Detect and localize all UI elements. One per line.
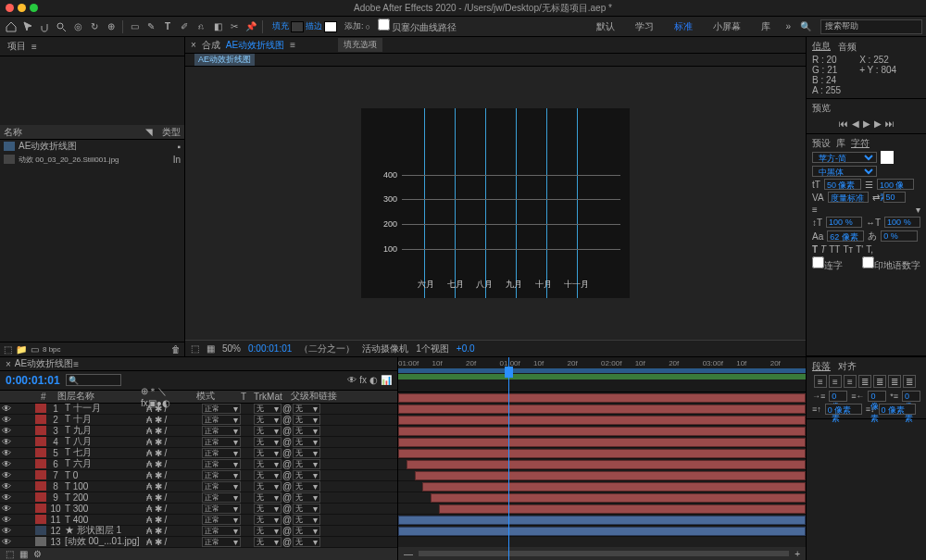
fill-options-button[interactable]: 填充选项 <box>338 38 382 52</box>
parent-dropdown[interactable]: 无▾ <box>293 492 320 503</box>
comp-flowchart-link[interactable]: AE动效折线图 <box>194 54 255 66</box>
visibility-icon[interactable]: 👁 <box>0 437 13 447</box>
trkmat-dropdown[interactable]: 无▾ <box>254 470 282 480</box>
blend-mode-dropdown[interactable]: 正常▾ <box>202 526 241 536</box>
layer-bar[interactable] <box>439 504 806 514</box>
zoom-out-icon[interactable]: — <box>404 549 413 559</box>
col-layer-name[interactable]: 图层名称 <box>56 390 139 403</box>
views-dropdown[interactable]: 1个视图 <box>416 342 449 355</box>
blend-mode-dropdown[interactable]: 正常▾ <box>202 448 241 458</box>
res-icon[interactable]: ▦ <box>206 343 215 354</box>
parent-dropdown[interactable]: 无▾ <box>293 426 320 436</box>
visibility-icon[interactable]: 👁 <box>0 481 13 492</box>
preset-tab[interactable]: 预设 <box>812 137 831 150</box>
interpret-icon[interactable]: ⬚ <box>4 344 12 355</box>
parent-dropdown[interactable]: 无▾ <box>293 526 320 536</box>
font-family-dropdown[interactable]: 苹方-简 <box>812 152 877 163</box>
char-tab[interactable]: 字符 <box>851 137 870 150</box>
project-col-type[interactable]: 类型 <box>153 126 181 139</box>
exposure[interactable]: +0.0 <box>457 343 475 354</box>
layer-bar[interactable] <box>422 482 806 492</box>
label-color[interactable] <box>35 415 46 424</box>
fill-color-swatch[interactable] <box>881 151 894 164</box>
paragraph-tab[interactable]: 段落 <box>812 360 831 373</box>
hand-tool-icon[interactable] <box>37 19 52 34</box>
trkmat-dropdown[interactable]: 无▾ <box>254 404 282 414</box>
label-color[interactable] <box>35 492 46 502</box>
workspace-tab-standard[interactable]: 标准 <box>669 20 698 33</box>
layer-row[interactable]: 👁7T 0₳ ✱ /正常▾无▾@无▾ <box>0 470 397 481</box>
layer-name[interactable]: T 300 <box>63 504 146 514</box>
label-color[interactable] <box>35 470 46 479</box>
minimize-window-button[interactable] <box>18 4 26 12</box>
layer-row[interactable]: 👁6T 六月₳ ✱ /正常▾无▾@无▾ <box>0 459 397 470</box>
zoom-tool-icon[interactable] <box>54 19 69 34</box>
workarea-bar[interactable] <box>398 374 806 380</box>
parent-dropdown[interactable]: 无▾ <box>293 504 320 514</box>
mb-icon[interactable]: ◐ <box>369 375 378 385</box>
layer-row[interactable]: 👁5T 七月₳ ✱ /正常▾无▾@无▾ <box>0 448 397 459</box>
layer-bar[interactable] <box>407 460 806 469</box>
layer-name[interactable]: T 400 <box>63 515 146 525</box>
layer-bar[interactable] <box>398 527 806 536</box>
mag-icon[interactable]: ⬚ <box>191 343 199 354</box>
visibility-icon[interactable]: 👁 <box>0 526 13 536</box>
blend-mode-dropdown[interactable]: 正常▾ <box>202 426 241 436</box>
trash-icon[interactable]: 🗑 <box>171 344 181 355</box>
new-comp-icon[interactable]: ▭ <box>31 344 39 355</box>
trkmat-dropdown[interactable]: 无▾ <box>254 426 282 436</box>
workspace-tab-learn[interactable]: 学习 <box>630 20 659 33</box>
align-right-icon[interactable]: ≡ <box>844 375 857 388</box>
eraser-tool-icon[interactable]: ◧ <box>210 19 225 34</box>
timeline-ruler[interactable]: 01:00f10f20f01:00f10f20f02:00f10f20f03:0… <box>398 357 806 392</box>
parent-dropdown[interactable]: 无▾ <box>293 459 320 469</box>
timeline-comp-tab[interactable]: AE动效折线图 <box>15 357 73 370</box>
kerning-input[interactable]: 度量标准 <box>828 192 869 203</box>
info-tab[interactable]: 信息 <box>812 40 831 53</box>
layer-row[interactable]: 👁1T 十一月₳ ✱ /正常▾无▾@无▾ <box>0 404 397 415</box>
visibility-icon[interactable]: 👁 <box>0 448 13 458</box>
trkmat-dropdown[interactable]: 无▾ <box>254 415 282 425</box>
visibility-icon[interactable]: 👁 <box>0 537 13 547</box>
project-col-name[interactable]: 名称 <box>4 126 145 139</box>
visibility-icon[interactable]: 👁 <box>0 470 13 480</box>
workspace-tab-default[interactable]: 默认 <box>591 20 620 33</box>
justify-center-icon[interactable]: ≣ <box>873 375 886 388</box>
layer-name[interactable]: T 200 <box>63 492 146 503</box>
blend-mode-dropdown[interactable]: 正常▾ <box>202 537 241 547</box>
roto-tool-icon[interactable]: ✂ <box>227 19 242 34</box>
leading-input[interactable]: 100 像素 <box>877 179 914 190</box>
stamp-tool-icon[interactable]: ⎌ <box>194 19 208 34</box>
layer-bar[interactable] <box>398 516 806 525</box>
col-mode[interactable]: 模式 <box>194 390 239 403</box>
parent-dropdown[interactable]: 无▾ <box>293 415 320 425</box>
label-color[interactable] <box>35 504 46 513</box>
time-display[interactable]: 0:00:01:01 <box>248 343 292 354</box>
blend-mode-dropdown[interactable]: 正常▾ <box>202 470 241 480</box>
toggle-modes-icon[interactable]: ▦ <box>19 549 28 559</box>
visibility-icon[interactable]: 👁 <box>0 415 13 425</box>
font-weight-dropdown[interactable]: 中黑体 <box>812 166 877 177</box>
hindi-checkbox[interactable]: 印地语数字 <box>862 256 920 272</box>
close-window-button[interactable] <box>6 4 14 12</box>
visibility-icon[interactable]: 👁 <box>0 404 13 414</box>
layer-row[interactable]: 👁4T 八月₳ ✱ /正常▾无▾@无▾ <box>0 437 397 448</box>
trkmat-dropdown[interactable]: 无▾ <box>254 515 282 525</box>
last-frame-icon[interactable]: ⏭ <box>885 118 895 129</box>
layer-row[interactable]: 👁12★ 形状图层 1₳ ✱ /正常▾无▾@无▾ <box>0 526 397 537</box>
puppet-tool-icon[interactable]: 📌 <box>244 19 258 34</box>
blend-mode-dropdown[interactable]: 正常▾ <box>202 492 241 503</box>
label-color[interactable] <box>35 437 46 446</box>
label-color[interactable] <box>35 448 46 457</box>
fx-icon[interactable]: fx <box>359 375 367 385</box>
layer-bar[interactable] <box>415 471 806 480</box>
home-icon[interactable] <box>4 19 19 34</box>
new-folder-icon[interactable]: 📁 <box>16 344 27 355</box>
parent-dropdown[interactable]: 无▾ <box>293 470 320 480</box>
justify-right-icon[interactable]: ≣ <box>888 375 901 388</box>
layer-row[interactable]: 👁3T 九月₳ ✱ /正常▾无▾@无▾ <box>0 426 397 437</box>
zoom-slider[interactable] <box>419 551 789 556</box>
col-parent[interactable]: 父级和链接 <box>289 390 339 403</box>
trkmat-dropdown[interactable]: 无▾ <box>254 448 282 458</box>
trkmat-dropdown[interactable]: 无▾ <box>254 526 282 536</box>
